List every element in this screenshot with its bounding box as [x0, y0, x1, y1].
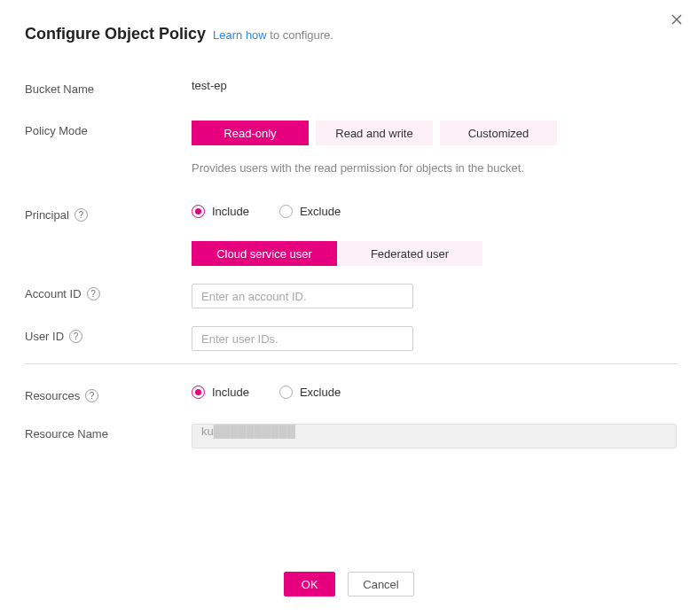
policy-mode-read-write[interactable]: Read and write — [316, 121, 433, 145]
radio-label: Include — [212, 386, 249, 399]
resource-name-label: Resource Name — [25, 424, 192, 441]
user-type-federated[interactable]: Federated user — [337, 241, 482, 266]
resource-name-input[interactable]: ku██████████ — [192, 424, 677, 448]
cancel-button[interactable]: Cancel — [348, 572, 413, 597]
policy-mode-read-only[interactable]: Read-only — [192, 121, 309, 145]
resource-name-value: ku — [201, 425, 214, 438]
ok-button[interactable]: OK — [284, 572, 335, 597]
radio-icon — [192, 205, 205, 218]
policy-mode-segmented: Read-only Read and write Customized — [192, 121, 557, 145]
policy-mode-customized[interactable]: Customized — [440, 121, 557, 145]
section-divider — [25, 363, 677, 364]
help-icon[interactable]: ? — [69, 330, 82, 343]
resources-include-radio[interactable]: Include — [192, 386, 249, 399]
radio-label: Exclude — [300, 386, 341, 399]
radio-label: Exclude — [300, 205, 341, 218]
resource-name-redacted: ██████████ — [214, 425, 295, 438]
bucket-name-value: test-ep — [192, 79, 677, 92]
user-id-input[interactable] — [192, 326, 413, 351]
dialog-header: Configure Object Policy Learn how to con… — [25, 25, 677, 43]
user-type-segmented: Cloud service user Federated user — [192, 241, 482, 266]
account-id-input[interactable] — [192, 284, 413, 308]
principal-exclude-radio[interactable]: Exclude — [279, 205, 341, 218]
radio-icon — [192, 386, 205, 399]
policy-mode-hint: Provides users with the read permission … — [192, 161, 677, 175]
close-icon[interactable] — [670, 12, 684, 27]
account-id-label: Account ID — [25, 287, 82, 300]
help-icon[interactable]: ? — [85, 389, 98, 402]
resources-label: Resources — [25, 389, 80, 402]
radio-icon — [279, 386, 293, 399]
dialog-footer: OK Cancel — [0, 572, 698, 597]
help-icon[interactable]: ? — [75, 208, 88, 222]
help-icon[interactable]: ? — [87, 287, 100, 300]
bucket-name-label: Bucket Name — [25, 79, 192, 96]
learn-how-tail: to configure. — [267, 28, 333, 42]
radio-label: Include — [212, 205, 249, 218]
learn-how-text: Learn how — [213, 28, 267, 42]
principal-include-radio[interactable]: Include — [192, 205, 249, 218]
user-type-cloud[interactable]: Cloud service user — [192, 241, 337, 266]
policy-mode-label: Policy Mode — [25, 121, 192, 137]
radio-icon — [279, 205, 293, 218]
dialog-title: Configure Object Policy — [25, 25, 206, 43]
resources-exclude-radio[interactable]: Exclude — [279, 386, 341, 399]
principal-label: Principal — [25, 208, 69, 222]
user-id-label: User ID — [25, 330, 64, 343]
learn-how-link[interactable]: Learn how to configure. — [213, 28, 333, 42]
